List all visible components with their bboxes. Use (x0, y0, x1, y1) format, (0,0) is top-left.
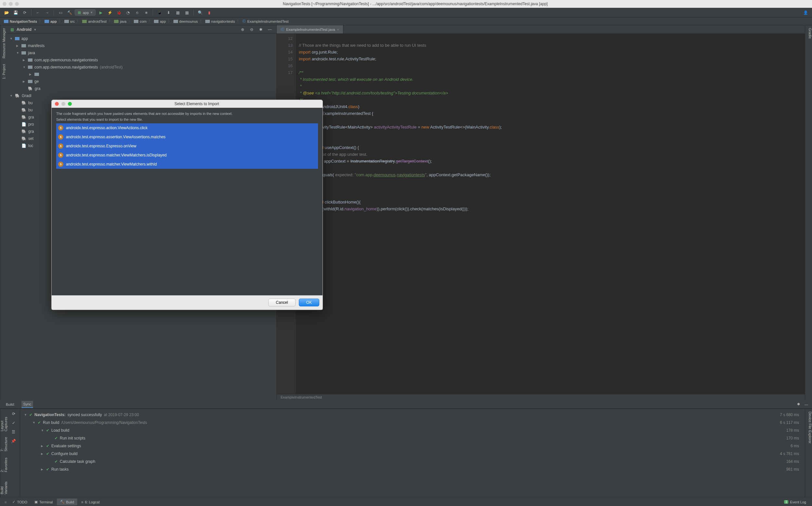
build-tab-sync[interactable]: Sync (21, 401, 33, 408)
close-tab-icon[interactable]: × (337, 27, 339, 31)
traffic-close[interactable] (3, 2, 6, 6)
box-icon[interactable]: ▭ (57, 9, 64, 16)
bc-root[interactable]: NavigationTests (3, 19, 38, 23)
attach-icon[interactable]: ⎋ (133, 9, 141, 16)
right-rail-2: Device File Explorer (805, 409, 812, 497)
bc-src[interactable]: src (64, 19, 76, 23)
save-icon[interactable]: 💾 (12, 9, 19, 16)
dialog-desc2: Select elements that you want to import … (56, 117, 318, 121)
bc-deemounus[interactable]: deemounus (173, 19, 199, 23)
rail-project[interactable]: 1: Project (2, 64, 6, 79)
tree-item[interactable]: ▼java (7, 49, 276, 57)
tab-terminal[interactable]: ▣ Terminal (31, 499, 56, 505)
tab-eventlog[interactable]: 1 Event Log (781, 499, 809, 505)
build-row[interactable]: ▶✔Configure build4 s 781 ms (20, 450, 805, 457)
dialog-min-icon (61, 102, 65, 106)
editor-breadcrumb[interactable]: ExampleInstrumentedTest (277, 394, 805, 400)
window-title: NavigationTests [~/Programming/Navigatio… (21, 2, 809, 6)
build-filter-icon[interactable]: ☰ (12, 430, 15, 434)
tab-todo[interactable]: ✓ TODO (9, 499, 30, 505)
bc-com[interactable]: com (133, 19, 147, 23)
stop-icon[interactable]: ■ (142, 9, 150, 16)
hide-icon[interactable]: — (267, 27, 273, 32)
tool-icon[interactable]: ▦ (174, 9, 181, 16)
tool2-icon[interactable]: ▦ (183, 9, 191, 16)
tab-build[interactable]: 🔨 Build (57, 499, 77, 505)
rail-favorites[interactable]: 2: Favorites (0, 457, 8, 472)
project-view-selector[interactable]: Android (16, 27, 31, 32)
dialog-close-icon[interactable] (55, 102, 59, 106)
tree-item[interactable]: ▶ge (7, 78, 276, 85)
window-titlebar: NavigationTests [~/Programming/Navigatio… (0, 0, 812, 8)
open-icon[interactable]: 📂 (3, 9, 10, 16)
tree-item[interactable]: ▶ (7, 71, 276, 78)
build-output-tree[interactable]: ▼✔NavigationTests: synced successfully a… (20, 409, 805, 497)
bc-app[interactable]: app (44, 19, 58, 23)
build-row[interactable]: ▶✔Run tasks981 ms (20, 466, 805, 473)
editor: Ⓒ ExampleInstrumentedTest.java × 1213141… (277, 25, 805, 400)
dialog-max-icon[interactable] (68, 102, 72, 106)
build-row[interactable]: ✔Calculate task graph164 ms (20, 457, 805, 466)
rail-build-variants[interactable]: Build Variants (0, 478, 8, 494)
rail-layout-captures[interactable]: Layout Captures (0, 412, 8, 431)
rail-device-explorer[interactable]: Device File Explorer (805, 412, 812, 443)
editor-tab[interactable]: Ⓒ ExampleInstrumentedTest.java × (277, 25, 343, 33)
device-icon[interactable]: ▮ (205, 9, 213, 16)
search-icon[interactable]: 🔍 (196, 9, 204, 16)
tab-logcat[interactable]: ≡ 6: Logcat (78, 499, 103, 505)
run-config-selector[interactable]: ▦ app ▾ (75, 9, 95, 16)
run-icon[interactable]: ▶ (97, 9, 104, 16)
bottom-tool-tabs: ≡ ✓ TODO ▣ Terminal 🔨 Build ≡ 6: Logcat … (0, 497, 812, 506)
import-item[interactable]: sandroidx.test.espresso.matcher.ViewMatc… (56, 151, 318, 160)
nav-breadcrumb: NavigationTests 〉 app 〉 src 〉 androidTes… (0, 17, 812, 25)
tree-item[interactable]: ▼app (7, 35, 276, 42)
avd-icon[interactable]: 📱 (156, 9, 163, 16)
bc-androidtest[interactable]: androidTest (81, 19, 107, 23)
bc-app2[interactable]: app (153, 19, 166, 23)
sync-icon[interactable]: ⟳ (21, 9, 28, 16)
build-row[interactable]: ▶✔Evaluate settings6 ms (20, 442, 805, 450)
bc-navtests[interactable]: navigationtests (205, 19, 235, 23)
build-toggle-icon[interactable]: ✓ (12, 421, 15, 425)
forward-icon[interactable]: → (43, 9, 51, 16)
build-row[interactable]: ✔Run init scripts170 ms (20, 434, 805, 442)
code-content[interactable]: // Those are the things that we need to … (296, 34, 805, 394)
cancel-button[interactable]: Cancel (268, 299, 295, 307)
tree-item[interactable]: ▼🐘Gradl (7, 92, 276, 99)
debug-icon[interactable]: 🐞 (115, 9, 123, 16)
tree-item[interactable]: 🐘gra (7, 85, 276, 92)
sdk-icon[interactable]: ⬇ (165, 9, 172, 16)
rail-gradle[interactable]: Gradle (805, 28, 812, 38)
build-settings-icon[interactable]: ✱ (797, 402, 800, 406)
import-item[interactable]: sandroidx.test.espresso.action.ViewActio… (56, 123, 318, 133)
import-list[interactable]: sandroidx.test.espresso.action.ViewActio… (56, 123, 318, 169)
bc-class[interactable]: ⒸExampleInstrumentedTest (242, 19, 289, 24)
rail-structure[interactable]: 7: Structure (0, 437, 8, 452)
build-hide-icon[interactable]: — (805, 403, 808, 406)
traffic-max[interactable] (15, 2, 19, 6)
back-icon[interactable]: ← (34, 9, 42, 16)
tree-item[interactable]: ▶manifests (7, 42, 276, 49)
import-item[interactable]: sandroidx.test.espresso.assertion.ViewAs… (56, 133, 318, 142)
tree-item[interactable]: ▼com.app.deemounus.navigationtests (andr… (7, 64, 276, 71)
tree-item[interactable]: ▶com.app.deemounus.navigationtests (7, 57, 276, 64)
traffic-min[interactable] (9, 2, 13, 6)
rail-resource-mgr[interactable]: Resource Manager (2, 28, 6, 59)
import-item[interactable]: sandroidx.test.espresso.matcher.ViewMatc… (56, 160, 318, 169)
profiler-icon[interactable]: ◔ (124, 9, 132, 16)
import-item[interactable]: sandroidx.test.espresso.Espresso.onView (56, 142, 318, 151)
build-tab-build[interactable]: Build: (4, 401, 17, 408)
hammer-icon[interactable]: 🔨 (66, 9, 73, 16)
build-restart-icon[interactable]: ⟳ (12, 412, 15, 416)
settings-icon[interactable]: ✱ (257, 27, 264, 32)
build-row[interactable]: ▼✔Load build178 ms (20, 426, 805, 434)
add-icon[interactable]: ⊕ (239, 27, 246, 32)
ok-button[interactable]: OK (299, 299, 319, 307)
user-icon[interactable]: 👤 (802, 9, 809, 16)
collapse-icon[interactable]: ⊖ (248, 27, 255, 32)
build-pin-icon[interactable]: 📌 (11, 439, 16, 443)
build-row[interactable]: ▼✔Run build /Users/deemounus/Programming… (20, 419, 805, 426)
bc-java[interactable]: java (114, 19, 127, 23)
build-row[interactable]: ▼✔NavigationTests: synced successfully a… (20, 411, 805, 419)
apply-changes-icon[interactable]: ⚡ (106, 9, 114, 16)
